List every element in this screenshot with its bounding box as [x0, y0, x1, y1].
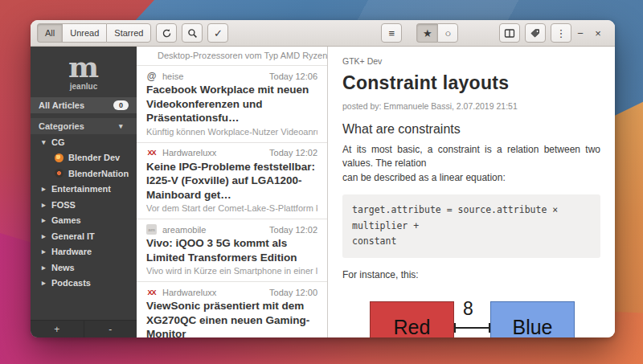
star-toggle-button[interactable]: ★ — [416, 23, 437, 43]
menu-button[interactable]: ≡ — [381, 23, 402, 43]
sidebar-item-blendernation[interactable]: BlenderNation — [31, 166, 137, 182]
unread-count-badge: 0 — [113, 100, 129, 110]
chevron-collapsed-icon[interactable]: ▸ — [42, 216, 51, 224]
category-label: News — [51, 263, 75, 272]
feed-name: Hardwareluxx — [162, 288, 216, 297]
category-label: CG — [51, 137, 65, 147]
list-item[interactable]: am areamobile Today 12:02 Vivo: iQOO 3 5… — [137, 219, 327, 282]
sidebar-item-blender-dev[interactable]: Blender Dev — [31, 150, 137, 166]
sidebar-item-entertainment[interactable]: ▸ Entertainment — [31, 182, 137, 198]
list-item[interactable]: XX Hardwareluxx Today 12:00 ViewSonic pr… — [137, 282, 327, 337]
diagram-blue-box: Blue — [490, 301, 575, 337]
all-articles-label: All Articles — [39, 100, 84, 110]
sidebar-item-foss[interactable]: ▸ FOSS — [31, 197, 137, 213]
feed-label: BlenderNation — [68, 169, 129, 178]
search-icon — [187, 28, 198, 39]
sidebar-item-games[interactable]: ▸ Games — [31, 213, 137, 229]
article-title: Constraint layouts — [342, 72, 600, 94]
chevron-collapsed-icon[interactable]: ▸ — [42, 264, 51, 272]
window-body: m jeanluc All Articles 0 Categories ▾ ▾ … — [31, 47, 615, 337]
item-title: Facebook Workplace mit neuen Videokonfer… — [146, 83, 317, 125]
close-button[interactable]: × — [589, 27, 607, 39]
category-label: General IT — [51, 231, 95, 241]
item-title: Vivo: iQOO 3 5G kommt als Limited Transf… — [146, 236, 317, 264]
item-time: Today 12:06 — [269, 72, 317, 81]
account-username: jeanluc — [31, 82, 137, 97]
feed-name: heise — [162, 72, 183, 81]
kebab-menu-button[interactable]: ⋮ — [551, 23, 571, 43]
search-button[interactable] — [182, 23, 203, 43]
category-label: Hardware — [51, 247, 92, 256]
constraint-diagram: Red 8 Blue — [342, 292, 600, 337]
article-paragraph: For instance, this: — [342, 269, 600, 280]
chevron-down-icon: ▾ — [119, 122, 129, 130]
diagram-connector-line — [454, 327, 490, 329]
service-logo: m — [31, 51, 137, 82]
list-item-partial[interactable]: Desktop-Prozessoren vom Typ AMD Ryzen 40… — [137, 47, 327, 66]
article-feed-name: GTK+ Dev — [342, 56, 600, 66]
article-list[interactable]: Desktop-Prozessoren vom Typ AMD Ryzen 40… — [137, 47, 328, 337]
article-paragraph: At its most basic, a constraint is a rel… — [342, 143, 600, 185]
article-view[interactable]: GTK+ Dev Constraint layouts posted by: E… — [328, 47, 615, 337]
sidebar-item-hardware[interactable]: ▸ Hardware — [31, 244, 137, 260]
item-summary: Künftig können Workplace-Nutzer Videoanr… — [146, 127, 317, 137]
filter-tab-all[interactable]: All — [37, 23, 62, 43]
categories-label: Categories — [39, 121, 84, 131]
book-icon — [504, 28, 515, 39]
blendernation-feed-icon — [55, 169, 63, 178]
diagram-red-box: Red — [370, 301, 454, 337]
category-label: Podcasts — [51, 278, 91, 288]
refresh-icon — [162, 28, 172, 39]
item-time: Today 12:02 — [269, 148, 317, 157]
tag-button[interactable] — [525, 23, 546, 43]
tag-icon — [530, 28, 541, 39]
chevron-collapsed-icon[interactable]: ▸ — [42, 201, 51, 209]
filter-tab-unread[interactable]: Unread — [62, 23, 106, 43]
filter-tab-starred[interactable]: Starred — [106, 23, 151, 43]
refresh-button[interactable] — [156, 23, 177, 43]
item-title: ViewSonic präsentiert mit dem XG270QC ei… — [146, 299, 317, 337]
chevron-collapsed-icon[interactable]: ▸ — [42, 232, 51, 240]
item-title: Keine IPG-Probleme feststellbar: I225-V … — [146, 160, 317, 202]
category-label: Games — [51, 215, 81, 225]
header-right-controls: ⋮ − × — [494, 23, 607, 43]
sidebar-item-cg[interactable]: ▾ CG — [31, 134, 137, 150]
mark-read-button[interactable]: ✓ — [207, 23, 228, 43]
sidebar-footer: + - — [31, 320, 137, 337]
item-summary: Vivo wird in Kürze ein Smartphone in ein… — [146, 266, 317, 276]
unread-toggle-button[interactable]: ○ — [437, 23, 458, 43]
article-byline: posted by: Emmanuele Bassi, 2.07.2019 21… — [342, 101, 600, 111]
sidebar-item-podcasts[interactable]: ▸ Podcasts — [31, 276, 137, 292]
feed-name: areamobile — [162, 225, 206, 235]
article-section-heading: What are constraints — [342, 122, 600, 137]
chevron-collapsed-icon[interactable]: ▸ — [42, 247, 51, 256]
article-code-block: target.attribute = source.attribute × mu… — [342, 194, 600, 258]
item-time: Today 12:02 — [269, 225, 317, 235]
remove-feed-button[interactable]: - — [84, 321, 137, 337]
blender-feed-icon — [55, 153, 63, 162]
feed-name: Hardwareluxx — [162, 148, 216, 157]
item-summary: Vor dem Start der Comet-Lake-S-Plattform… — [146, 203, 317, 213]
sidebar-item-general-it[interactable]: ▸ General IT — [31, 228, 137, 244]
minimize-button[interactable]: − — [571, 27, 589, 39]
reader-view-button[interactable] — [499, 23, 520, 43]
list-item[interactable]: XX Hardwareluxx Today 12:02 Keine IPG-Pr… — [137, 143, 327, 220]
add-feed-button[interactable]: + — [31, 321, 84, 337]
account-block: m jeanluc — [31, 47, 137, 97]
chevron-collapsed-icon[interactable]: ▸ — [42, 185, 51, 193]
sidebar-item-all-articles[interactable]: All Articles 0 — [31, 97, 137, 113]
app-window: All Unread Starred ✓ ≡ ★ ○ — [31, 20, 615, 337]
hardwareluxx-favicon: XX — [146, 148, 157, 158]
sidebar-categories-header[interactable]: Categories ▾ — [31, 118, 137, 134]
diagram-distance-label: 8 — [463, 298, 473, 320]
sidebar-item-news[interactable]: ▸ News — [31, 260, 137, 276]
list-item[interactable]: @ heise Today 12:06 Facebook Workplace m… — [137, 66, 327, 143]
headerbar: All Unread Starred ✓ ≡ ★ ○ — [31, 20, 615, 47]
chevron-collapsed-icon[interactable]: ▸ — [42, 279, 51, 287]
category-label: FOSS — [51, 200, 76, 210]
category-label: Entertainment — [51, 184, 111, 194]
chevron-expanded-icon[interactable]: ▾ — [42, 138, 51, 146]
areamobile-favicon: am — [146, 224, 157, 235]
item-time: Today 12:00 — [269, 288, 317, 297]
hardwareluxx-favicon: XX — [146, 287, 157, 297]
